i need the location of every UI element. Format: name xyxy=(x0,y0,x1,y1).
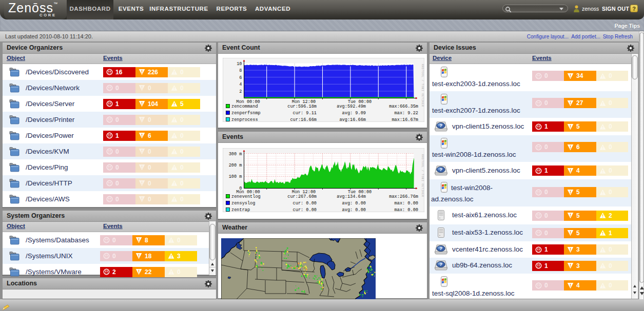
svg-text:zensyslog: zensyslog xyxy=(231,201,255,206)
svg-text:cur: 9.11: cur: 9.11 xyxy=(293,111,317,116)
svg-text:zentrap: zentrap xyxy=(231,208,250,212)
svg-text:zenprocess: zenprocess xyxy=(231,117,258,122)
svg-text:cur: 0.00: cur: 0.00 xyxy=(293,201,317,206)
svg-text:max:266.76m: max:266.76m xyxy=(389,194,418,199)
svg-text:max: 9.22: max: 9.22 xyxy=(395,111,418,116)
svg-text:avg:592.49m: avg:592.49m xyxy=(337,104,366,109)
svg-text:RRDTOOL / TOBI OETIKER: RRDTOOL / TOBI OETIKER xyxy=(421,154,424,197)
svg-text:10: 10 xyxy=(237,61,242,67)
svg-text:?: ? xyxy=(439,167,442,172)
svg-text:max: 0.00: max: 0.00 xyxy=(395,208,418,212)
svg-text:avg: 0.00: avg: 0.00 xyxy=(342,201,366,206)
svg-text:avg:16.66m: avg:16.66m xyxy=(339,117,366,122)
svg-text:max: 0.00: max: 0.00 xyxy=(395,201,418,206)
svg-text:avg:134.64m: avg:134.64m xyxy=(337,194,366,199)
svg-text:2: 2 xyxy=(239,89,242,94)
svg-text:?: ? xyxy=(439,246,442,251)
svg-text:8: 8 xyxy=(239,68,242,73)
svg-text:100 m: 100 m xyxy=(229,174,242,179)
svg-text:cur:16.66m: cur:16.66m xyxy=(290,117,317,122)
svg-text:300 m: 300 m xyxy=(229,152,242,157)
svg-text:avg: 0.00: avg: 0.00 xyxy=(342,208,366,212)
svg-text:cur:267.60m: cur:267.60m xyxy=(287,194,317,199)
svg-text:zencommand: zencommand xyxy=(231,104,258,109)
svg-text:zenperfsnmp: zenperfsnmp xyxy=(231,111,261,116)
svg-text:zeneventlog: zeneventlog xyxy=(231,194,261,199)
svg-text:cur: 0.00: cur: 0.00 xyxy=(293,208,317,212)
svg-text:max:16.67m: max:16.67m xyxy=(392,117,418,122)
svg-text:4: 4 xyxy=(239,82,242,87)
svg-text:6: 6 xyxy=(239,75,242,80)
svg-text:?: ? xyxy=(439,262,442,267)
svg-text:avg: 9.09: avg: 9.09 xyxy=(342,111,366,116)
svg-text:?: ? xyxy=(439,123,442,128)
svg-text:max:666.35m: max:666.35m xyxy=(389,104,418,109)
svg-text:RRDTOOL / TOBI OETIKER: RRDTOOL / TOBI OETIKER xyxy=(421,64,424,107)
svg-text:200 m: 200 m xyxy=(229,163,242,168)
svg-text:cur:596.18m: cur:596.18m xyxy=(287,104,317,109)
